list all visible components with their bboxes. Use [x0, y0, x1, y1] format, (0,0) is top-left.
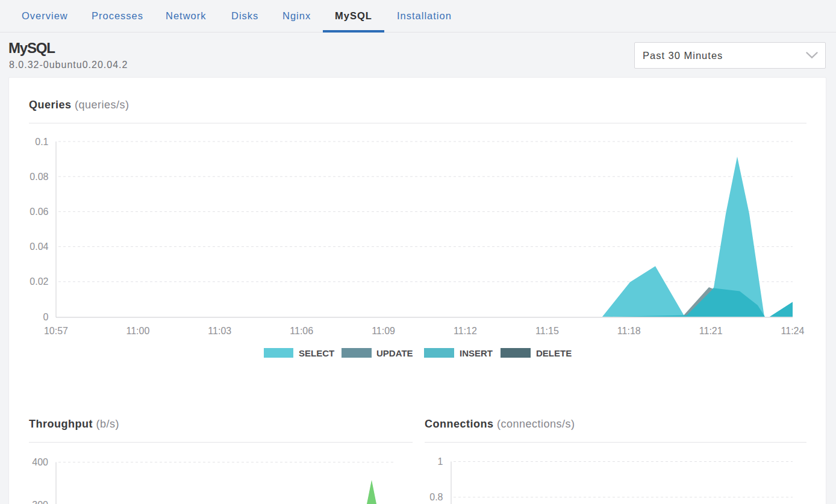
svg-text:0.04: 0.04: [30, 241, 48, 252]
svg-text:400: 400: [32, 457, 48, 467]
svg-text:10:57: 10:57: [44, 326, 68, 336]
svg-text:11:18: 11:18: [617, 326, 641, 336]
svg-text:DELETE: DELETE: [536, 348, 572, 358]
svg-text:0.1: 0.1: [35, 137, 48, 147]
svg-text:11:00: 11:00: [126, 326, 149, 336]
svg-text:11:24: 11:24: [781, 326, 805, 336]
svg-text:UPDATE: UPDATE: [376, 348, 413, 358]
svg-text:INSERT: INSERT: [460, 348, 493, 358]
svg-text:11:09: 11:09: [372, 326, 395, 336]
svg-text:11:03: 11:03: [208, 326, 231, 336]
svg-text:0.02: 0.02: [30, 276, 48, 287]
svg-text:0: 0: [43, 312, 49, 322]
svg-text:1: 1: [438, 456, 443, 467]
svg-text:11:06: 11:06: [290, 326, 313, 336]
svg-text:0.08: 0.08: [30, 172, 48, 182]
svg-text:0.8: 0.8: [429, 492, 443, 502]
svg-text:0.06: 0.06: [30, 207, 48, 217]
svg-text:300: 300: [32, 500, 48, 504]
svg-text:11:21: 11:21: [699, 326, 723, 336]
svg-text:11:15: 11:15: [535, 326, 559, 336]
svg-text:11:12: 11:12: [454, 326, 477, 336]
svg-text:SELECT: SELECT: [299, 348, 334, 358]
